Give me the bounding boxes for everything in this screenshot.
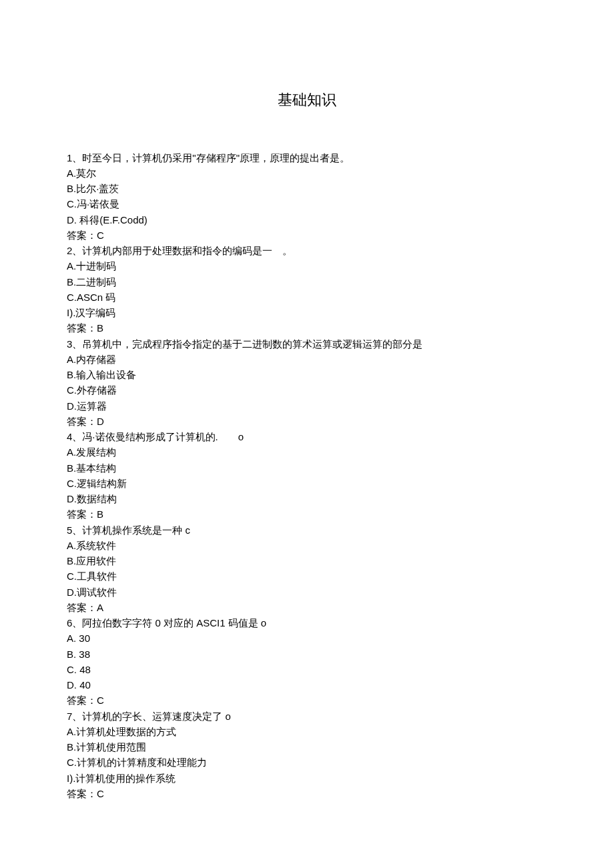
document-content: 1、时至今日，计算机仍采用"存储程序"原理，原理的提出者是。A.莫尔B.比尔·盖… xyxy=(67,150,547,802)
text-line: 5、计算机操作系统是一种 c xyxy=(67,522,547,538)
text-line: 答案：B xyxy=(67,320,547,336)
text-line: C.外存储器 xyxy=(67,382,547,398)
text-line: A.十进制码 xyxy=(67,258,547,274)
text-line: 答案：C xyxy=(67,693,547,708)
text-line: B.输入输出设备 xyxy=(67,367,547,382)
text-line: A. 30 xyxy=(67,630,547,646)
text-line: I).计算机使用的操作系统 xyxy=(67,771,547,786)
document-page: 基础知识 1、时至今日，计算机仍采用"存储程序"原理，原理的提出者是。A.莫尔B… xyxy=(0,0,614,868)
text-line: B.二进制码 xyxy=(67,274,547,290)
text-line: D.调试软件 xyxy=(67,584,547,600)
text-line: B.比尔·盖茨 xyxy=(67,181,547,196)
text-line: 答案：C xyxy=(67,228,547,243)
text-line: C.ASCn 码 xyxy=(67,290,547,305)
text-line: B.应用软件 xyxy=(67,553,547,568)
text-line: 答案：A xyxy=(67,600,547,615)
text-line: B. 38 xyxy=(67,646,547,662)
text-line: 1、时至今日，计算机仍采用"存储程序"原理，原理的提出者是。 xyxy=(67,150,547,165)
text-line: A.内存储器 xyxy=(67,352,547,367)
text-line: A.莫尔 xyxy=(67,165,547,181)
text-line: A.计算机处理数据的方式 xyxy=(67,724,547,739)
text-line: 2、计算机内部用于处理数据和指令的编码是一 。 xyxy=(67,243,547,258)
text-line: D.运算器 xyxy=(67,398,547,414)
text-line: I).汉字编码 xyxy=(67,305,547,320)
text-line: 7、计算机的字长、运算速度决定了 o xyxy=(67,709,547,724)
text-line: A.系统软件 xyxy=(67,538,547,553)
text-line: D. 科得(E.F.Codd) xyxy=(67,212,547,228)
text-line: D.数据结构 xyxy=(67,491,547,506)
text-line: 3、吊算机中，完成程序指令指定的基于二进制数的算术运算或逻辑运算的部分是 xyxy=(67,336,547,352)
text-line: D. 40 xyxy=(67,677,547,693)
text-line: C. 48 xyxy=(67,662,547,677)
text-line: A.发展结构 xyxy=(67,444,547,460)
text-line: C.冯·诺依曼 xyxy=(67,196,547,211)
document-title: 基础知识 xyxy=(67,90,547,110)
text-line: B.计算机使用范围 xyxy=(67,739,547,755)
text-line: 4、冯·诺依曼结构形成了计算机的. o xyxy=(67,429,547,444)
text-line: C.逻辑结构新 xyxy=(67,476,547,491)
text-line: 6、阿拉伯数字字符 0 对应的 ASCI1 码值是 o xyxy=(67,615,547,630)
text-line: B.基本结构 xyxy=(67,460,547,476)
text-line: 答案：C xyxy=(67,786,547,801)
text-line: C.计算机的计算精度和处理能力 xyxy=(67,755,547,770)
text-line: 答案：B xyxy=(67,506,547,522)
text-line: 答案：D xyxy=(67,414,547,429)
text-line: C.工具软件 xyxy=(67,568,547,584)
